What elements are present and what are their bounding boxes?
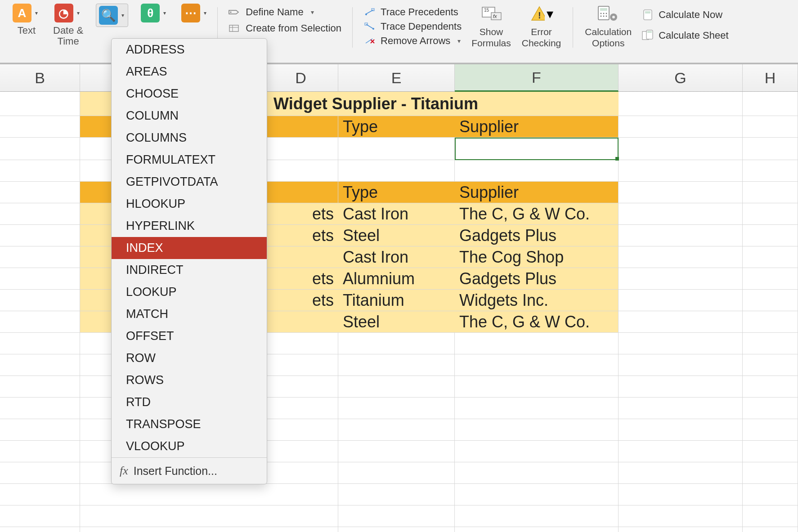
cell-supplier[interactable]: Gadgets Plus [455, 268, 619, 290]
function-item-indirect[interactable]: INDIRECT [112, 259, 267, 281]
calculate-sheet-button[interactable]: Calculate Sheet [641, 30, 728, 41]
lookup-button[interactable]: 🔍 ▾ [99, 6, 127, 25]
error-checking-group: ! ▾ Error Checking [516, 4, 567, 49]
svg-point-23 [606, 13, 607, 14]
cell-type[interactable]: Alumnium [338, 268, 455, 290]
function-item-getpivotdata[interactable]: GETPIVOTDATA [112, 171, 267, 193]
show-formulas-group: 15 fx Show Formulas [466, 4, 516, 49]
svg-point-25 [603, 16, 605, 17]
category-label: Date & Time [53, 25, 83, 47]
define-name-button[interactable]: Define Name ▾ [229, 6, 341, 18]
text-button[interactable]: A ▾ [13, 4, 40, 22]
function-item-vlookup[interactable]: VLOOKUP [112, 435, 267, 457]
empty-row [0, 484, 798, 505]
column-header-D[interactable]: D [264, 64, 338, 91]
more-button[interactable]: ⋯ ▾ [181, 4, 209, 22]
calculator-gear-icon [596, 4, 620, 22]
function-item-hyperlink[interactable]: HYPERLINK [112, 215, 267, 237]
insert-function-button[interactable]: fx Insert Function... [112, 457, 267, 484]
cell-supplier[interactable]: The C, G & W Co. [455, 311, 619, 333]
chevron-down-icon: ▾ [201, 4, 209, 22]
header-supplier-2[interactable]: Supplier [455, 182, 619, 203]
cell-supplier[interactable]: The C, G & W Co. [455, 203, 619, 225]
function-item-formulatext[interactable]: FORMULATEXT [112, 149, 267, 171]
svg-text:!: ! [538, 10, 541, 20]
column-header-H[interactable]: H [743, 64, 798, 91]
show-formulas-button[interactable]: 15 fx [480, 4, 503, 23]
math-button[interactable]: θ ▾ [141, 4, 169, 22]
warning-icon: ! [530, 5, 545, 22]
column-header-F[interactable]: F [455, 64, 619, 92]
function-item-hlookup[interactable]: HLOOKUP [112, 193, 267, 215]
cell-type[interactable]: Cast Iron [338, 203, 455, 225]
trace-precedents-icon [363, 8, 376, 17]
svg-rect-20 [600, 8, 607, 11]
tag-icon [229, 8, 241, 17]
cell-supplier[interactable]: Widgets Inc. [455, 290, 619, 311]
function-dropdown: ADDRESSAREASCHOOSECOLUMNCOLUMNSFORMULATE… [111, 38, 267, 484]
column-header-E[interactable]: E [338, 64, 455, 91]
function-item-index[interactable]: INDEX [112, 237, 267, 259]
svg-text:15: 15 [484, 8, 489, 13]
column-header-G[interactable]: G [619, 64, 743, 91]
trace-dependents-icon [363, 22, 376, 31]
ellipsis-icon: ⋯ [181, 4, 200, 22]
trace-group: Trace Precedents Trace Dependents Remove… [359, 4, 466, 49]
function-item-choose[interactable]: CHOOSE [112, 83, 267, 105]
search-icon: 🔍 [99, 6, 118, 25]
chevron-down-icon: ▾ [311, 9, 314, 16]
calc-options-button[interactable] [596, 4, 620, 23]
function-item-address[interactable]: ADDRESS [112, 39, 267, 61]
cell-type[interactable]: Cast Iron [338, 246, 455, 268]
svg-point-21 [601, 13, 602, 14]
text-icon: A [13, 4, 31, 22]
names-group: Define Name ▾ Create from Selection [224, 4, 346, 37]
header-type[interactable]: Type [338, 116, 455, 138]
trace-dependents-label: Trace Dependents [381, 21, 462, 32]
cell-type[interactable]: Steel [338, 311, 455, 333]
function-item-lookup[interactable]: LOOKUP [112, 281, 267, 303]
cell-supplier[interactable]: Gadgets Plus [455, 225, 619, 246]
datetime-button[interactable]: ◔ ▾ [54, 4, 82, 22]
function-item-rtd[interactable]: RTD [112, 391, 267, 413]
create-from-selection-button[interactable]: Create from Selection [229, 22, 341, 34]
ribbon-category-math: θ ▾ [141, 4, 169, 22]
svg-point-28 [612, 16, 615, 18]
function-item-column[interactable]: COLUMN [112, 105, 267, 127]
calculator-icon [641, 10, 654, 19]
function-item-rows[interactable]: ROWS [112, 369, 267, 391]
trace-dependents-button[interactable]: Trace Dependents [363, 21, 462, 32]
active-cell[interactable] [455, 138, 619, 160]
category-label: Text [18, 25, 36, 36]
function-item-areas[interactable]: AREAS [112, 61, 267, 83]
create-from-selection-label: Create from Selection [246, 22, 341, 34]
svg-rect-30 [645, 11, 650, 13]
cell-supplier[interactable]: The Cog Shop [455, 246, 619, 268]
calculate-sheet-label: Calculate Sheet [659, 30, 728, 41]
trace-precedents-button[interactable]: Trace Precedents [363, 6, 462, 18]
ribbon-category-datetime: ◔ ▾ Date & Time [53, 4, 83, 47]
error-checking-button[interactable]: ! ▾ [530, 4, 553, 23]
insert-function-label: Insert Function... [134, 465, 217, 478]
function-item-row[interactable]: ROW [112, 347, 267, 369]
function-item-match[interactable]: MATCH [112, 303, 267, 325]
svg-point-0 [230, 12, 232, 13]
column-header-B[interactable]: B [0, 64, 80, 91]
header-type-2[interactable]: Type [338, 182, 455, 203]
function-item-offset[interactable]: OFFSET [112, 325, 267, 347]
calculate-now-button[interactable]: Calculate Now [641, 9, 728, 21]
trace-precedents-label: Trace Precedents [381, 6, 458, 18]
header-supplier[interactable]: Supplier [455, 116, 619, 138]
calc-options-label: Calculation Options [585, 26, 632, 49]
remove-arrows-button[interactable]: Remove Arrows ▾ [363, 35, 462, 47]
show-formulas-icon: 15 fx [480, 4, 503, 22]
sheet-title: Widget Supplier - Titanium [273, 94, 478, 113]
cell-type[interactable]: Titanium [338, 290, 455, 311]
ribbon-category-more: ⋯ ▾ [181, 4, 209, 22]
function-item-columns[interactable]: COLUMNS [112, 127, 267, 149]
cell-type[interactable]: Steel [338, 225, 455, 246]
grid-icon [229, 24, 241, 33]
function-item-transpose[interactable]: TRANSPOSE [112, 413, 267, 435]
error-checking-label: Error Checking [522, 26, 561, 49]
define-name-label: Define Name [246, 6, 303, 18]
